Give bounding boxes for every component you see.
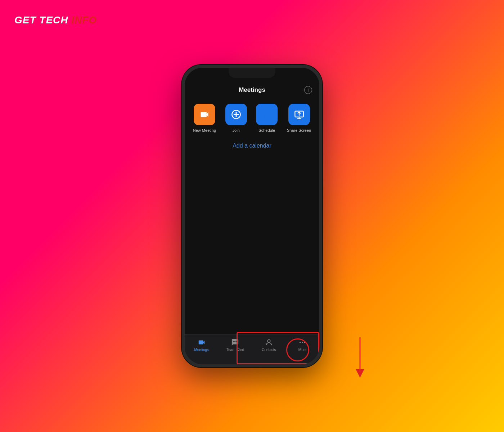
meetings-tab-label: Meetings <box>194 348 209 352</box>
new-meeting-icon-bg <box>194 104 215 125</box>
watermark-get: GET <box>14 14 39 26</box>
watermark: GET TECH INFO <box>14 14 97 26</box>
arrow-indicator <box>346 336 374 379</box>
contacts-tab-icon <box>265 338 273 346</box>
join-label: Join <box>233 128 240 132</box>
watermark-tech: TECH <box>39 14 71 26</box>
schedule-icon-bg: 19 <box>256 104 278 125</box>
phone-device: Meetings i New Meeting <box>182 65 322 367</box>
share-screen-label: Share Screen <box>287 128 311 132</box>
new-meeting-button[interactable]: New Meeting <box>193 104 216 132</box>
contacts-tab-label: Contacts <box>262 348 276 352</box>
more-tab-icon <box>298 338 306 346</box>
screen: Meetings i New Meeting <box>185 68 319 364</box>
share-screen-icon-bg <box>288 104 310 125</box>
svg-rect-6 <box>233 341 235 342</box>
video-camera-icon <box>199 109 210 120</box>
calendar-day: 19 <box>264 114 270 120</box>
schedule-label: Schedule <box>258 128 275 132</box>
plus-circle-icon <box>231 109 241 120</box>
team-chat-tab-label: Team Chat <box>226 348 244 352</box>
svg-point-8 <box>267 340 270 342</box>
share-screen-button[interactable]: Share Screen <box>287 104 311 132</box>
svg-point-11 <box>304 342 306 343</box>
tab-team-chat[interactable]: Team Chat <box>219 338 252 352</box>
page-title: Meetings <box>239 86 265 94</box>
more-tab-label: More <box>298 348 307 352</box>
add-calendar-button[interactable]: Add a calendar <box>233 143 271 149</box>
svg-rect-7 <box>235 341 237 342</box>
svg-point-10 <box>302 342 303 343</box>
share-screen-icon <box>294 109 304 120</box>
tab-more[interactable]: More <box>286 338 320 352</box>
tab-bar: Meetings Team Chat Contacts <box>185 334 319 364</box>
info-icon[interactable]: i <box>304 86 312 94</box>
team-chat-tab-icon <box>231 338 239 346</box>
new-meeting-label: New Meeting <box>193 128 216 132</box>
join-icon-bg <box>225 104 247 125</box>
watermark-info: INFO <box>71 14 97 26</box>
main-content: Add a calendar <box>185 135 319 334</box>
schedule-button[interactable]: 19 Schedule <box>256 104 278 132</box>
actions-row: New Meeting Join <box>185 98 319 135</box>
tab-meetings[interactable]: Meetings <box>185 338 219 352</box>
phone-notch <box>229 68 275 78</box>
svg-point-9 <box>300 342 301 343</box>
join-button[interactable]: Join <box>225 104 247 132</box>
meetings-tab-icon <box>198 338 206 346</box>
app-header: Meetings i <box>185 84 319 98</box>
tab-contacts[interactable]: Contacts <box>252 338 286 352</box>
